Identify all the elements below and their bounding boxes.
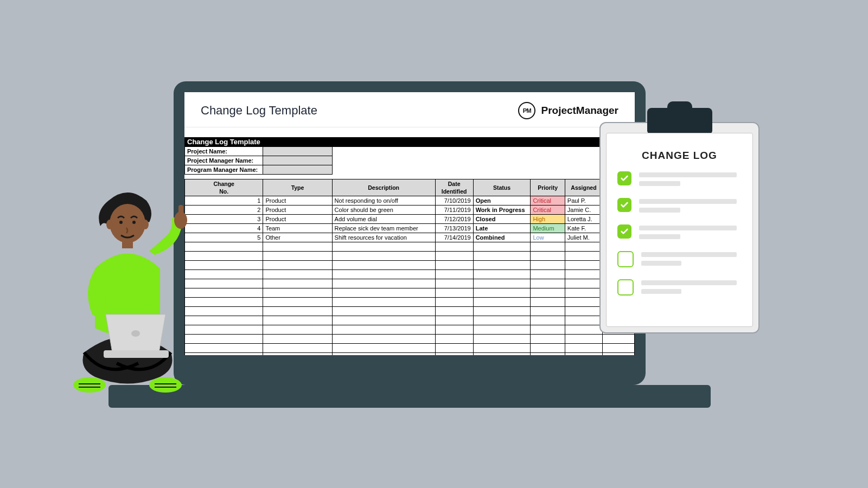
table-header-row: ChangeNo.TypeDescriptionDateIdentifiedSt…: [185, 179, 635, 196]
laptop-illustration: Change Log Template PM ProjectManager Ch…: [174, 81, 646, 385]
svg-point-10: [131, 330, 140, 337]
page-title: Change Log Template: [201, 104, 317, 118]
clipboard-item: [617, 279, 742, 296]
brand-name: ProjectManager: [541, 105, 618, 117]
table-row: 3ProductAdd volume dial7/12/2019ClosedHi…: [185, 215, 635, 224]
table-row: [185, 316, 635, 325]
clipboard-item: [617, 198, 742, 213]
brand: PM ProjectManager: [518, 102, 618, 119]
svg-point-8: [73, 377, 106, 393]
table-row: 5OtherShift resources for vacation7/14/2…: [185, 233, 635, 242]
svg-rect-5: [122, 241, 133, 248]
table-row: [185, 288, 635, 298]
table-row: [185, 298, 635, 307]
svg-point-2: [142, 220, 149, 229]
table-row: 4TeamReplace sick dev team member7/13/20…: [185, 224, 635, 233]
table-row: [185, 242, 635, 252]
table-row: [185, 353, 635, 356]
sheet-title: Change Log Template: [185, 138, 635, 147]
laptop-screen: Change Log Template PM ProjectManager Ch…: [184, 92, 635, 355]
table-row: 2ProductColor should be green7/11/2019Wo…: [185, 206, 635, 215]
table-row: [185, 307, 635, 316]
meta-row: Project Name:: [185, 147, 635, 156]
table-row: [185, 270, 635, 279]
table-row: [185, 261, 635, 270]
change-log-table: Change Log TemplateProject Name:Project …: [184, 137, 635, 355]
clipboard-item: [617, 171, 742, 186]
checkbox-checked-icon: [617, 224, 631, 239]
svg-point-1: [106, 220, 113, 229]
clipboard-item: [617, 251, 742, 267]
table-row: [185, 279, 635, 288]
svg-point-4: [132, 221, 136, 224]
clipboard-item: [617, 224, 742, 239]
svg-rect-7: [178, 205, 183, 218]
person-illustration: [52, 190, 203, 418]
table-row: [185, 335, 635, 344]
table-row: 1ProductNot responding to on/off7/10/201…: [185, 196, 635, 206]
table-row: [185, 325, 635, 335]
checkbox-checked-icon: [617, 171, 631, 185]
table-row: [185, 344, 635, 353]
svg-point-9: [149, 377, 182, 393]
checkbox-checked-icon: [617, 198, 631, 212]
meta-row: Program Manager Name:: [185, 165, 635, 175]
brand-logo-icon: PM: [518, 102, 535, 119]
meta-row: Project Manager Name:: [185, 156, 635, 165]
table-row: [185, 252, 635, 261]
clipboard-illustration: CHANGE LOG: [599, 122, 760, 333]
document-header: Change Log Template PM ProjectManager: [184, 92, 635, 127]
svg-point-3: [119, 221, 123, 224]
clipboard-clip-icon: [647, 108, 712, 134]
checkbox-unchecked-icon: [617, 279, 634, 296]
checkbox-unchecked-icon: [617, 251, 634, 267]
svg-rect-11: [104, 350, 169, 358]
clipboard-title: CHANGE LOG: [617, 150, 742, 162]
